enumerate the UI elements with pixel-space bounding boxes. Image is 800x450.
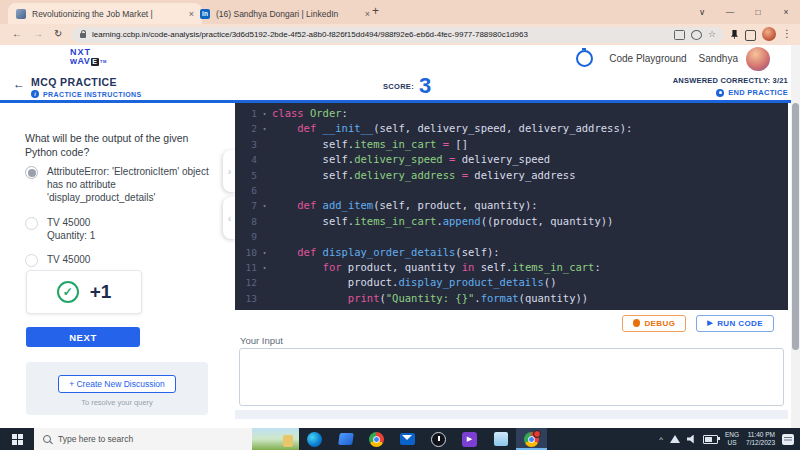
code-playground-link[interactable]: Code Playground [609, 53, 686, 64]
end-practice-icon [716, 89, 724, 97]
fold-chevron-icon: ▾ [257, 198, 272, 213]
your-input-textarea[interactable] [239, 348, 784, 406]
edge-icon[interactable] [299, 428, 330, 450]
code-line-5: 5 self.delivery_address = delivery_addre… [235, 168, 788, 183]
code-editor[interactable]: 1▾class Order:2▾ def __init__(self, deli… [235, 103, 788, 310]
answer-option-2[interactable]: TV 45000Quantity: 1 [25, 216, 220, 242]
score-value: 3 [419, 73, 431, 99]
chrome-active-icon[interactable] [516, 428, 547, 450]
fold-chevron-icon: ▾ [257, 245, 272, 260]
play-icon: ▶ [707, 319, 713, 327]
lock-icon [80, 33, 86, 38]
radio-unselected[interactable] [25, 254, 38, 267]
scrollbar-thumb[interactable] [792, 103, 799, 350]
mail-icon[interactable] [392, 428, 423, 450]
fold-chevron-icon: ▾ [257, 106, 272, 121]
start-button[interactable] [0, 428, 34, 450]
debug-button[interactable]: DEBUG [622, 315, 686, 332]
notification-center-icon[interactable] [782, 434, 794, 445]
code-line-6: 6 [235, 183, 788, 198]
browser-profile-avatar[interactable] [762, 27, 776, 41]
tab-title: Revolutionizing the Job Market | [32, 9, 183, 19]
screenshot-icon[interactable] [674, 30, 685, 40]
nxtwave-logo: NXT wAVETM [70, 48, 107, 67]
practice-instructions-link[interactable]: i PRACTICE INSTRUCTIONS [31, 90, 142, 98]
search-icon [43, 435, 51, 443]
reward-card: ✓ +1 [26, 270, 142, 314]
your-input-label: Your Input [240, 335, 283, 346]
jobsite-favicon-icon [16, 9, 26, 19]
code-line-10: 10▾ def display_order_details(self): [235, 245, 788, 260]
answer-option-1[interactable]: AttributeError: 'ElectronicItem' object … [25, 165, 220, 205]
wifi-icon[interactable] [670, 435, 680, 443]
speaker-icon[interactable] [687, 435, 696, 444]
forward-icon[interactable]: → [33, 28, 43, 39]
code-line-3: 3 self.items_in_cart = [] [235, 137, 788, 152]
bug-icon [633, 319, 640, 327]
maximize-button[interactable]: □ [744, 7, 772, 17]
option-label: TV 45000Quantity: 1 [47, 216, 219, 242]
run-code-button[interactable]: ▶ RUN CODE [696, 315, 774, 332]
share-icon[interactable] [691, 30, 702, 40]
page-scrollbar[interactable] [791, 45, 800, 428]
browser-tab-strip: Revolutionizing the Job Market | × in (1… [0, 0, 800, 24]
radio-selected[interactable] [25, 166, 38, 179]
bottom-strip [235, 410, 788, 419]
info-icon: i [31, 90, 39, 98]
code-line-7: 7▾ def add_item(self, product, quantity)… [235, 198, 788, 213]
code-line-12: 12 product.display_product_details() [235, 275, 788, 290]
discussion-hint: To resolve your query [26, 398, 208, 407]
question-panel: What will be the output of the given Pyt… [0, 103, 234, 428]
radio-unselected[interactable] [25, 217, 38, 230]
language-indicator[interactable]: ENG US [725, 431, 739, 447]
tab-title: (16) Sandhya Dongari | LinkedIn [216, 9, 359, 19]
new-tab-button[interactable]: + [372, 4, 379, 18]
clock-date[interactable]: 11:40 PM 7/12/2023 [746, 431, 775, 447]
notes-icon[interactable] [485, 428, 516, 450]
option-label: AttributeError: 'ElectronicItem' object … [47, 165, 219, 205]
create-discussion-button[interactable]: + Create New Discussion [58, 375, 176, 393]
address-bar[interactable]: learning.ccbp.in/code-analysis/practice/… [72, 27, 724, 43]
tab-job-market[interactable]: Revolutionizing the Job Market | × [8, 3, 202, 24]
tab-search-icon[interactable]: ∨ [688, 7, 716, 17]
options-list: AttributeError: 'ElectronicItem' object … [25, 165, 220, 278]
option-label: TV 45000 [47, 253, 219, 267]
answered-correctly-text: ANSWERED CORRECTLY: 3/21 [673, 76, 788, 85]
hidden-icons-caret[interactable]: ^ [659, 435, 663, 444]
clock-icon[interactable] [423, 428, 454, 450]
username-text: Sandhya [699, 53, 738, 64]
reward-points: +1 [90, 281, 112, 303]
question-text: What will be the output of the given Pyt… [25, 131, 215, 159]
notification-badge [533, 430, 541, 438]
fold-chevron-icon: ▾ [257, 260, 272, 275]
end-practice-button[interactable]: END PRACTICE [673, 88, 788, 97]
close-button[interactable]: × [772, 7, 800, 17]
explorer-icon[interactable] [330, 428, 361, 450]
back-icon[interactable]: ← [12, 28, 22, 39]
tab-close-icon[interactable]: × [365, 9, 370, 19]
linkedin-favicon-icon: in [200, 9, 210, 19]
reload-icon[interactable]: ↻ [54, 28, 62, 39]
next-button[interactable]: NEXT [26, 327, 140, 347]
code-line-11: 11▾ for product, quantity in self.items_… [235, 260, 788, 275]
bookmark-star-icon[interactable]: ☆ [708, 30, 716, 39]
search-placeholder: Type here to search [58, 434, 133, 444]
news-widget-icon[interactable] [252, 428, 299, 450]
timer-icon[interactable] [576, 50, 593, 67]
tab-linkedin[interactable]: in (16) Sandhya Dongari | LinkedIn × [192, 3, 378, 24]
battery-icon[interactable] [703, 435, 718, 444]
back-arrow-icon[interactable]: ← [13, 77, 25, 91]
discussion-section: + Create New Discussion To resolve your … [26, 362, 208, 415]
sidebar-icon[interactable] [745, 30, 756, 41]
code-line-2: 2▾ def __init__(self, delivery_speed, de… [235, 121, 788, 136]
minimize-button[interactable]: — [716, 7, 744, 17]
browser-menu-icon[interactable]: ⋮ [782, 28, 792, 39]
chrome-icon[interactable] [361, 428, 392, 450]
extension-pin-icon[interactable] [731, 30, 738, 39]
media-icon[interactable]: ▶ [454, 428, 485, 450]
user-avatar[interactable] [746, 47, 770, 71]
taskbar-search[interactable]: Type here to search [34, 428, 252, 450]
code-line-8: 8 self.items_in_cart.append((product, qu… [235, 214, 788, 229]
answer-option-3[interactable]: TV 45000 [25, 253, 220, 267]
url-text[interactable]: learning.ccbp.in/code-analysis/practice/… [92, 30, 668, 39]
